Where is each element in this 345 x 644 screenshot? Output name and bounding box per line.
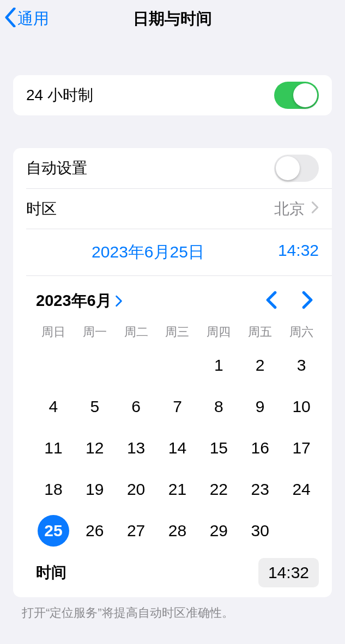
chevron-left-icon bbox=[4, 8, 16, 31]
switch-auto[interactable] bbox=[274, 155, 319, 182]
row-label-24h: 24 小时制 bbox=[26, 85, 93, 106]
calendar-day[interactable]: 13 bbox=[116, 427, 157, 469]
month-picker[interactable]: 2023年6月 bbox=[36, 290, 123, 312]
calendar-day[interactable]: 17 bbox=[281, 427, 322, 469]
weekday-label: 周六 bbox=[281, 324, 322, 340]
weekday-label: 周二 bbox=[116, 324, 157, 340]
calendar-day[interactable]: 5 bbox=[74, 386, 116, 427]
row-timezone[interactable]: 时区 北京 bbox=[26, 188, 332, 229]
switch-24h[interactable] bbox=[274, 82, 319, 109]
weekday-header: 周日周一周二周三周四周五周六 bbox=[33, 322, 322, 345]
calendar-day[interactable]: 12 bbox=[74, 427, 116, 469]
calendar-day[interactable]: 3 bbox=[281, 345, 322, 386]
prev-month-button[interactable] bbox=[265, 291, 277, 311]
weekday-label: 周五 bbox=[239, 324, 281, 340]
calendar-day[interactable]: 18 bbox=[33, 469, 74, 510]
time-row-label: 时间 bbox=[36, 562, 66, 583]
calendar-day[interactable]: 28 bbox=[157, 510, 198, 551]
row-label-tz: 时区 bbox=[26, 199, 57, 219]
calendar-day[interactable]: 6 bbox=[116, 386, 157, 427]
weekday-label: 周日 bbox=[33, 324, 74, 340]
back-button[interactable]: 通用 bbox=[0, 8, 49, 31]
weekday-label: 周四 bbox=[198, 324, 239, 340]
calendar-grid: 1234567891011121314151617181920212223242… bbox=[33, 345, 322, 551]
calendar-day[interactable]: 9 bbox=[239, 386, 281, 427]
calendar-day[interactable]: 21 bbox=[157, 469, 198, 510]
time-picker[interactable]: 14:32 bbox=[258, 558, 319, 587]
calendar-day[interactable]: 14 bbox=[157, 427, 198, 469]
month-label-text: 2023年6月 bbox=[36, 290, 112, 312]
footer-note: 打开“定位服务”将提高自动时区准确性。 bbox=[22, 605, 323, 621]
back-label: 通用 bbox=[17, 8, 49, 30]
calendar-day[interactable]: 24 bbox=[281, 469, 322, 510]
weekday-label: 周一 bbox=[74, 324, 116, 340]
page-title: 日期与时间 bbox=[0, 8, 345, 30]
calendar-day[interactable]: 8 bbox=[198, 386, 239, 427]
calendar-day[interactable]: 16 bbox=[239, 427, 281, 469]
calendar-day[interactable]: 2 bbox=[239, 345, 281, 386]
group-24h: 24 小时制 bbox=[13, 75, 332, 115]
chevron-right-icon bbox=[305, 200, 319, 218]
row-label-auto: 自动设置 bbox=[26, 158, 87, 179]
calendar-day[interactable]: 15 bbox=[198, 427, 239, 469]
calendar-day[interactable]: 20 bbox=[116, 469, 157, 510]
calendar-day[interactable]: 11 bbox=[33, 427, 74, 469]
group-datetime: 自动设置 时区 北京 2023年6月25日 14:32 2023年6月 bbox=[13, 148, 332, 597]
calendar-day[interactable]: 27 bbox=[116, 510, 157, 551]
calendar-day[interactable]: 29 bbox=[198, 510, 239, 551]
next-month-button[interactable] bbox=[301, 291, 313, 311]
calendar-day[interactable]: 23 bbox=[239, 469, 281, 510]
calendar-day[interactable]: 19 bbox=[74, 469, 116, 510]
selected-date-display[interactable]: 2023年6月25日 bbox=[48, 241, 248, 263]
calendar-day[interactable]: 25 bbox=[33, 510, 74, 551]
calendar-day[interactable]: 10 bbox=[281, 386, 322, 427]
calendar-day[interactable]: 22 bbox=[198, 469, 239, 510]
calendar-day[interactable]: 4 bbox=[33, 386, 74, 427]
calendar-day[interactable]: 30 bbox=[239, 510, 281, 551]
calendar-day[interactable]: 7 bbox=[157, 386, 198, 427]
weekday-label: 周三 bbox=[157, 324, 198, 340]
selected-time-display[interactable]: 14:32 bbox=[248, 241, 319, 263]
row-value-tz: 北京 bbox=[274, 199, 305, 219]
calendar-day[interactable]: 1 bbox=[198, 345, 239, 386]
calendar-day[interactable]: 26 bbox=[74, 510, 116, 551]
